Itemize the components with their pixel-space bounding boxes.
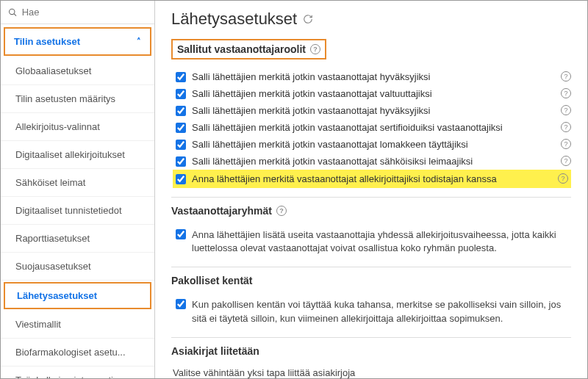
role-certified-recipients-checkbox[interactable] (176, 123, 186, 133)
chevron-up-icon: ˄ (137, 37, 141, 46)
nav-items: Globaaliasetukset Tilin asetusten määrit… (1, 57, 154, 378)
sidebar-item-e-stamps[interactable]: Sähköiset leimat (1, 169, 154, 197)
sidebar-item-workflow-integration[interactable]: Työnkulkujen integraatio (1, 367, 154, 378)
sidebar-item-report-settings[interactable]: Raporttiasetukset (1, 225, 154, 253)
help-icon[interactable]: ? (561, 71, 571, 82)
search-icon (8, 7, 18, 18)
divider (171, 337, 571, 338)
refresh-icon[interactable] (303, 14, 313, 24)
help-icon[interactable]: ? (561, 122, 571, 132)
nav-group-account-settings[interactable]: Tilin asetukset ˄ (4, 27, 151, 56)
svg-point-0 (10, 9, 15, 14)
help-icon[interactable]: ? (276, 206, 287, 216)
svg-line-1 (14, 13, 16, 15)
page-title: Lähetysasetukset (171, 10, 571, 29)
section-attach-documents: Asiakirjat liitetään (171, 345, 259, 357)
section-recipient-groups: Vastaanottajaryhmät ? (171, 205, 287, 217)
role-delegators-checkbox[interactable] (176, 89, 186, 99)
role-approvers[interactable]: Salli lähettäjien merkitä jotkin vastaan… (176, 68, 571, 85)
groups-allow-multiple[interactable]: Anna lähettäjien lisätä useita vastaanot… (176, 225, 571, 258)
sidebar-item-message-templates[interactable]: Viestimallit (1, 311, 154, 339)
section-allowed-recipient-roles: Sallitut vastaanottajaroolit ? (171, 39, 326, 59)
help-icon[interactable]: ? (561, 139, 571, 149)
sidebar: Tilin asetukset ˄ Globaaliasetukset Tili… (1, 1, 155, 378)
sidebar-item-account-config[interactable]: Tilin asetusten määritys (1, 85, 154, 113)
divider (171, 267, 571, 267)
nav-group-label: Tilin asetukset (14, 36, 80, 47)
sidebar-item-biopharma[interactable]: Biofarmakologiset asetu... (1, 339, 154, 367)
main-content: Lähetysasetukset Sallitut vastaanottajar… (155, 1, 587, 378)
role-form-fillers-checkbox[interactable] (176, 140, 186, 150)
search-input[interactable] (22, 7, 147, 18)
required-last-signer-checkbox[interactable] (176, 299, 186, 309)
sidebar-item-send-settings[interactable]: Lähetysasetukset (4, 282, 151, 309)
search-bar[interactable] (1, 1, 154, 24)
role-e-stampers-checkbox[interactable] (176, 156, 186, 167)
help-icon[interactable]: ? (558, 173, 568, 184)
role-certified-recipients[interactable]: Salli lähettäjien merkitä jotkin vastaan… (176, 119, 571, 136)
sidebar-item-global[interactable]: Globaaliasetukset (1, 57, 154, 85)
role-acceptors-checkbox[interactable] (176, 106, 186, 116)
role-delegators[interactable]: Salli lähettäjien merkitä jotkin vastaan… (176, 85, 571, 102)
attach-sub-desc: Valitse vähintään yksi tapa liittää asia… (173, 367, 571, 378)
divider (171, 197, 571, 198)
role-acceptors[interactable]: Salli lähettäjien merkitä jotkin vastaan… (176, 102, 571, 119)
sidebar-item-digital-ids[interactable]: Digitaaliset tunnistetiedot (1, 197, 154, 225)
role-form-fillers[interactable]: Salli lähettäjien merkitä jotkin vastaan… (176, 136, 571, 153)
role-e-stampers[interactable]: Salli lähettäjien merkitä jotkin vastaan… (176, 153, 571, 170)
role-signers-with-witness[interactable]: Anna lähettäjien merkitä vastaanottajat … (173, 170, 571, 188)
help-icon[interactable]: ? (561, 105, 571, 115)
role-signers-with-witness-checkbox[interactable] (176, 174, 186, 184)
sidebar-item-signature-options[interactable]: Allekirjoitus-valinnat (1, 113, 154, 141)
role-approvers-checkbox[interactable] (176, 72, 186, 82)
required-last-signer[interactable]: Kun pakollisen kentän voi täyttää kuka t… (176, 295, 571, 328)
sidebar-item-digital-signatures[interactable]: Digitaaliset allekirjoitukset (1, 141, 154, 169)
roles-list: Salli lähettäjien merkitä jotkin vastaan… (176, 68, 571, 188)
groups-allow-multiple-checkbox[interactable] (176, 229, 186, 239)
help-icon[interactable]: ? (310, 44, 320, 54)
help-icon[interactable]: ? (561, 88, 571, 98)
sidebar-item-security-settings[interactable]: Suojausasetukset (1, 253, 154, 281)
help-icon[interactable]: ? (561, 156, 571, 166)
section-required-fields: Pakolliset kentät (171, 275, 253, 286)
